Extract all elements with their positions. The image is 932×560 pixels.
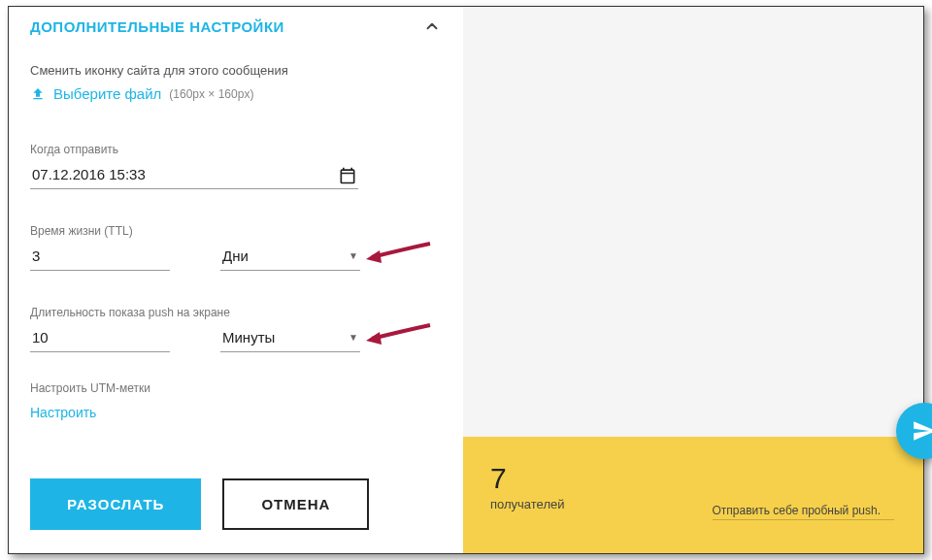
date-row	[30, 162, 358, 189]
dropdown-arrow-icon: ▼	[349, 332, 358, 343]
utm-configure-link[interactable]: Настроить	[30, 405, 442, 420]
action-buttons-row: РАЗОСЛАТЬ ОТМЕНА	[30, 478, 442, 532]
file-upload-row[interactable]: Выберите файл (160px × 160px)	[30, 85, 442, 102]
ttl-row: Дни ▼	[30, 244, 442, 271]
duration-label: Длительность показа push на экране	[30, 306, 442, 319]
cancel-button[interactable]: ОТМЕНА	[222, 478, 369, 530]
ttl-unit-value: Дни	[222, 247, 249, 264]
schedule-input[interactable]	[30, 162, 337, 188]
test-push-link[interactable]: Отправить себе пробный push.	[713, 504, 894, 520]
recipients-label: получателей	[490, 497, 564, 511]
right-panel: 7 получателей Отправить себе пробный pus…	[463, 7, 923, 553]
icon-change-label: Сменить иконку сайта для этого сообщения	[30, 63, 442, 78]
recipients-count: 7	[490, 464, 564, 493]
ttl-label: Время жизни (TTL)	[30, 224, 442, 238]
calendar-button[interactable]	[337, 165, 358, 186]
send-button[interactable]: РАЗОСЛАТЬ	[30, 478, 201, 530]
duration-value-input[interactable]	[30, 325, 170, 352]
upload-icon	[30, 86, 46, 102]
section-header[interactable]: ДОПОЛНИТЕЛЬНЫЕ НАСТРОЙКИ	[30, 7, 442, 49]
calendar-icon	[338, 166, 357, 185]
schedule-label: Когда отправить	[30, 143, 442, 156]
ttl-value-input[interactable]	[30, 244, 170, 271]
section-title: ДОПОЛНИТЕЛЬНЫЕ НАСТРОЙКИ	[30, 18, 284, 35]
duration-row: Минуты ▼	[30, 325, 442, 352]
duration-unit-value: Минуты	[222, 329, 275, 346]
utm-label: Настроить UTM-метки	[30, 381, 442, 395]
dropdown-arrow-icon: ▼	[349, 250, 358, 261]
duration-unit-select[interactable]: Минуты ▼	[220, 325, 360, 352]
send-icon	[912, 418, 932, 444]
file-size-hint: (160px × 160px)	[169, 87, 253, 101]
settings-frame: ДОПОЛНИТЕЛЬНЫЕ НАСТРОЙКИ Сменить иконку …	[8, 6, 924, 554]
footer-bar: 7 получателей Отправить себе пробный pus…	[463, 437, 923, 553]
preview-area	[463, 7, 923, 437]
left-panel: ДОПОЛНИТЕЛЬНЫЕ НАСТРОЙКИ Сменить иконку …	[9, 7, 463, 553]
recipients-block: 7 получателей	[490, 464, 564, 511]
chevron-up-icon[interactable]	[422, 16, 442, 36]
ttl-unit-select[interactable]: Дни ▼	[220, 244, 360, 271]
file-upload-link[interactable]: Выберите файл	[53, 85, 161, 102]
